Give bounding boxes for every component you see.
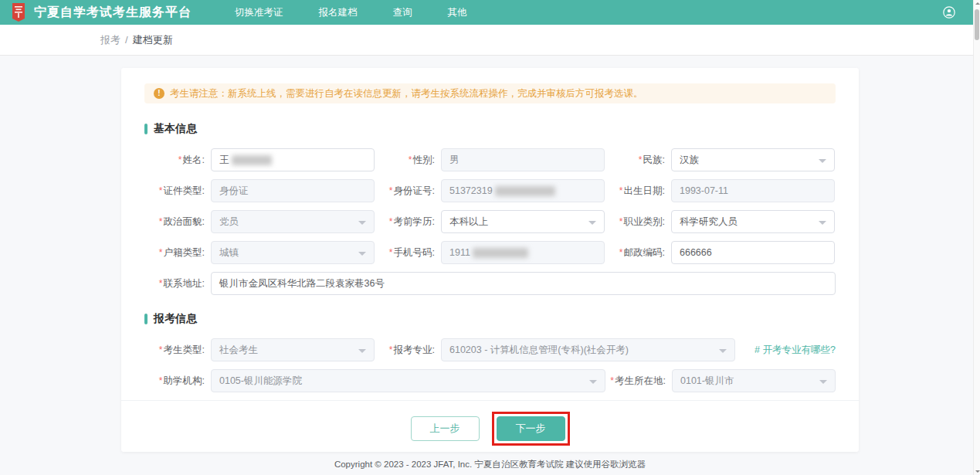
address-label: *联系地址: bbox=[144, 277, 205, 290]
notice-banner: ! 考生请注意：新系统上线，需要进行自考在读信息更新，请考生按系统流程操作，完成… bbox=[144, 83, 836, 103]
major-field: *报考专业: 610203 - 计算机信息管理(专科)(社会开考) bbox=[375, 338, 735, 361]
warning-icon: ! bbox=[154, 88, 164, 99]
candidate-type-label: *考生类型: bbox=[144, 344, 205, 357]
id-number-label: *身份证号: bbox=[375, 185, 435, 198]
notice-text: 考生请注意：新系统上线，需要进行自考在读信息更新，请考生按系统流程操作，完成并审… bbox=[170, 87, 643, 100]
open-majors-link[interactable]: # 开考专业有哪些? bbox=[754, 344, 836, 357]
form-actions: 上一步 下一步 bbox=[121, 400, 859, 446]
main-nav: 切换准考证 报名建档 查询 其他 bbox=[235, 0, 467, 25]
breadcrumb-parent[interactable]: 报考 bbox=[100, 33, 120, 47]
scroll-up-arrow-icon[interactable] bbox=[975, 2, 980, 5]
section-bar-icon bbox=[144, 314, 148, 324]
location-label: *考生所在地: bbox=[605, 375, 666, 388]
postal-code-field: *邮政编码: 666666 bbox=[605, 241, 835, 264]
institution-field: *助学机构: 0105-银川能源学院 bbox=[144, 369, 605, 392]
institution-label: *助学机构: bbox=[144, 375, 205, 388]
phone-label: *手机号码: bbox=[375, 246, 435, 260]
prev-step-button[interactable]: 上一步 bbox=[411, 416, 480, 441]
section-apply-info: 报考信息 bbox=[144, 312, 836, 326]
chevron-down-icon bbox=[358, 221, 366, 229]
major-select: 610203 - 计算机信息管理(专科)(社会开考) bbox=[441, 338, 735, 361]
chevron-down-icon bbox=[819, 159, 826, 167]
section-basic-title: 基本信息 bbox=[154, 122, 197, 136]
platform-logo-icon bbox=[11, 3, 26, 22]
breadcrumb: 报考 / 建档更新 bbox=[0, 25, 980, 56]
political-status-field: *政治面貌: 党员 bbox=[144, 210, 375, 233]
user-account-icon[interactable] bbox=[943, 6, 955, 19]
education-select[interactable]: 本科以上 bbox=[441, 210, 605, 233]
chevron-down-icon bbox=[719, 349, 727, 357]
app-header: 宁夏自学考试考生服务平台 切换准考证 报名建档 查询 其他 bbox=[0, 0, 980, 25]
nav-query[interactable]: 查询 bbox=[393, 0, 412, 25]
chevron-down-icon bbox=[358, 252, 366, 260]
gender-input: 男 bbox=[441, 148, 605, 171]
name-label: *姓名: bbox=[144, 154, 205, 167]
section-basic-info: 基本信息 bbox=[144, 122, 836, 136]
name-field: *姓名: 王 bbox=[144, 148, 375, 171]
nav-switch-admission-ticket[interactable]: 切换准考证 bbox=[235, 0, 283, 25]
gender-label: *性别: bbox=[375, 154, 435, 167]
birth-date-input: 1993-07-11 bbox=[671, 179, 835, 202]
political-status-label: *政治面貌: bbox=[144, 215, 205, 229]
chevron-down-icon bbox=[819, 380, 827, 388]
breadcrumb-current: 建档更新 bbox=[133, 33, 173, 47]
next-step-button[interactable]: 下一步 bbox=[497, 416, 565, 441]
copyright-text: Copyright © 2023 - 2023 JFAT, Inc. 宁夏自治区… bbox=[0, 459, 980, 470]
birth-date-label: *出生日期: bbox=[605, 185, 665, 198]
nav-registration-filing[interactable]: 报名建档 bbox=[319, 0, 358, 25]
phone-input: 1911 bbox=[441, 241, 605, 264]
candidate-type-select: 社会考生 bbox=[211, 338, 375, 361]
phone-field: *手机号码: 1911 bbox=[375, 241, 605, 264]
id-type-label: *证件类型: bbox=[144, 185, 205, 198]
chevron-down-icon bbox=[589, 380, 597, 388]
ethnicity-field: *民族: 汉族 bbox=[605, 148, 835, 171]
page-content: ! 考生请注意：新系统上线，需要进行自考在读信息更新，请考生按系统流程操作，完成… bbox=[0, 56, 980, 475]
institution-select: 0105-银川能源学院 bbox=[211, 369, 605, 392]
form-card: ! 考生请注意：新系统上线，需要进行自考在读信息更新，请考生按系统流程操作，完成… bbox=[121, 68, 859, 452]
id-type-input: 身份证 bbox=[211, 179, 375, 202]
scroll-down-arrow-icon[interactable] bbox=[975, 470, 980, 473]
occupation-label: *职业类别: bbox=[605, 215, 665, 229]
political-status-select: 党员 bbox=[211, 210, 375, 233]
birth-date-field: *出生日期: 1993-07-11 bbox=[605, 179, 835, 202]
redaction-blur bbox=[473, 248, 528, 258]
section-bar-icon bbox=[144, 124, 148, 134]
household-type-field: *户籍类型: 城镇 bbox=[144, 241, 375, 264]
education-label: *考前学历: bbox=[375, 215, 435, 229]
nav-other[interactable]: 其他 bbox=[448, 0, 467, 25]
vertical-scrollbar[interactable] bbox=[973, 0, 980, 475]
occupation-field: *职业类别: 科学研究人员 bbox=[605, 210, 835, 233]
address-field: *联系地址: 银川市金凤区科华北路二段袁家巷36号 bbox=[144, 272, 836, 295]
ethnicity-label: *民族: bbox=[605, 154, 665, 167]
chevron-down-icon bbox=[819, 221, 826, 229]
scrollbar-thumb[interactable] bbox=[975, 9, 979, 40]
id-type-field: *证件类型: 身份证 bbox=[144, 179, 375, 202]
page: 宁夏自学考试考生服务平台 切换准考证 报名建档 查询 其他 报考 / 建档更新 bbox=[0, 0, 980, 475]
id-number-field: *身份证号: 51372319 bbox=[375, 179, 605, 202]
major-label: *报考专业: bbox=[375, 344, 435, 357]
id-number-input: 51372319 bbox=[441, 179, 605, 202]
education-field: *考前学历: 本科以上 bbox=[375, 210, 605, 233]
candidate-type-field: *考生类型: 社会考生 bbox=[144, 338, 375, 361]
occupation-select[interactable]: 科学研究人员 bbox=[671, 210, 835, 233]
name-input[interactable]: 王 bbox=[211, 148, 375, 171]
redaction-blur bbox=[232, 155, 272, 165]
chevron-down-icon bbox=[588, 221, 596, 229]
ethnicity-select[interactable]: 汉族 bbox=[671, 148, 835, 171]
household-type-label: *户籍类型: bbox=[144, 246, 205, 260]
household-type-select: 城镇 bbox=[211, 241, 375, 264]
chevron-down-icon bbox=[358, 349, 366, 357]
gender-field: *性别: 男 bbox=[375, 148, 605, 171]
address-input[interactable]: 银川市金凤区科华北路二段袁家巷36号 bbox=[211, 272, 836, 295]
location-select: 0101-银川市 bbox=[672, 369, 836, 392]
breadcrumb-separator: / bbox=[125, 34, 128, 46]
annotation-highlight-box: 下一步 bbox=[492, 412, 570, 446]
section-apply-title: 报考信息 bbox=[154, 312, 197, 326]
postal-code-input[interactable]: 666666 bbox=[671, 241, 835, 264]
postal-code-label: *邮政编码: bbox=[605, 246, 665, 260]
redaction-blur bbox=[495, 186, 555, 196]
location-field: *考生所在地: 0101-银川市 bbox=[605, 369, 836, 392]
app-title: 宁夏自学考试考生服务平台 bbox=[34, 5, 192, 21]
